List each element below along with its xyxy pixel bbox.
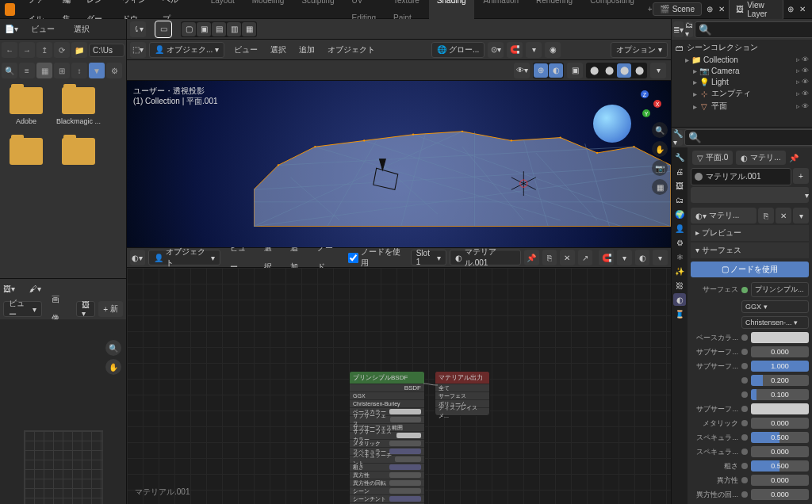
node-row[interactable]: サーフェス bbox=[435, 391, 489, 399]
socket-dot-icon[interactable] bbox=[741, 287, 748, 293]
prop-tab-8[interactable]: ✨ bbox=[673, 265, 686, 277]
panel-preview[interactable]: ▸ プレビュー bbox=[691, 225, 809, 241]
node-input-row[interactable]: スペキュラーチント bbox=[350, 455, 424, 463]
thumb-view-icon[interactable]: ▦ bbox=[36, 63, 52, 78]
overlay-icon[interactable]: ◐ bbox=[635, 250, 650, 265]
value-slider[interactable]: 0.000 bbox=[751, 446, 809, 457]
image-editor-icon[interactable]: 🖼▾ bbox=[3, 284, 15, 293]
value-slider[interactable]: 0.000 bbox=[751, 418, 809, 429]
outliner-item[interactable]: ▸💡Light▹👁 bbox=[672, 76, 812, 87]
folder-item[interactable]: Blackmagic ... bbox=[59, 87, 98, 125]
socket-dot-icon[interactable] bbox=[741, 491, 748, 498]
delete-layer-icon[interactable]: ✕ bbox=[799, 5, 807, 13]
node-row[interactable]: 全て bbox=[435, 384, 489, 391]
nav-newdir-icon[interactable]: 📁 bbox=[71, 42, 87, 58]
value-slider[interactable]: 0.000 bbox=[751, 489, 809, 500]
prop-tab-11[interactable]: 🧵 bbox=[673, 307, 686, 320]
backdrop-icon[interactable]: ▾ bbox=[653, 250, 668, 265]
image-select[interactable]: 🖼▾ bbox=[76, 301, 95, 317]
outliner-search[interactable] bbox=[695, 21, 812, 38]
snap-type-icon[interactable]: ▾ bbox=[617, 250, 632, 265]
pin-icon[interactable]: 📌 bbox=[789, 154, 799, 162]
socket-dot-icon[interactable] bbox=[741, 349, 748, 355]
prop-edit-icon[interactable]: ◉ bbox=[545, 42, 561, 58]
value-slider[interactable]: 0.100 bbox=[751, 389, 809, 400]
principled-bsdf-node[interactable]: プリンシプルBSDF BSDF GGXChristensen-Burleyベース… bbox=[349, 371, 425, 504]
props-search[interactable] bbox=[684, 129, 812, 146]
value-slider[interactable]: 0.500 bbox=[751, 460, 809, 472]
copy-mat-icon[interactable]: ⎘ bbox=[542, 250, 557, 265]
parent-icon[interactable]: ↗ bbox=[578, 250, 593, 265]
socket-dot-icon[interactable] bbox=[741, 477, 748, 483]
scene-selector[interactable]: 🎬 Scene bbox=[653, 2, 702, 16]
editor-type-icon[interactable]: ◐▾ bbox=[130, 250, 145, 265]
prop-tab-10[interactable]: ◐ bbox=[673, 293, 686, 306]
socket-dot-icon[interactable] bbox=[741, 363, 748, 369]
socket-dot-icon[interactable] bbox=[741, 377, 748, 384]
outliner-item[interactable]: ▸⊹エンプティ▹👁 bbox=[672, 87, 812, 100]
editor-type-icon[interactable]: 🔧▾ bbox=[673, 130, 683, 146]
options-dropdown[interactable]: オプション ▾ bbox=[611, 42, 668, 58]
prop-tab-0[interactable]: 🔧 bbox=[673, 151, 686, 163]
menu-view[interactable]: ビュー bbox=[25, 20, 61, 39]
value-slider[interactable]: 0.200 bbox=[751, 375, 809, 386]
restrict-view-icon[interactable]: 👁 bbox=[802, 90, 809, 97]
socket-dot-icon[interactable] bbox=[741, 463, 748, 469]
socket-dot-icon[interactable] bbox=[741, 449, 748, 455]
nav-refresh-icon[interactable]: ⟳ bbox=[54, 42, 70, 58]
sel-sub-icon[interactable]: ▤ bbox=[212, 22, 226, 36]
material-select[interactable]: ◐ マテリアル.001 bbox=[450, 250, 521, 265]
shade-solid-icon[interactable]: ⬤ bbox=[602, 63, 616, 78]
prop-tab-6[interactable]: ⚙ bbox=[673, 236, 686, 249]
delete-scene-icon[interactable]: ✕ bbox=[717, 5, 726, 13]
socket-dot-icon[interactable] bbox=[741, 406, 748, 412]
filter-icon[interactable]: ▼ bbox=[89, 63, 105, 78]
new-mat-icon[interactable]: ⎘ bbox=[758, 208, 774, 223]
pivot-icon[interactable]: ⊙▾ bbox=[488, 42, 504, 58]
cursor-tool-icon[interactable]: ⤹▾ bbox=[130, 21, 146, 37]
image-new[interactable]: + 新 bbox=[98, 301, 123, 317]
pin-icon[interactable]: 📌 bbox=[524, 250, 539, 265]
vp-menu-追加[interactable]: 追加 bbox=[293, 40, 321, 59]
material-browse[interactable]: ◐▾ マテリ... bbox=[691, 208, 756, 223]
sel-ext-icon[interactable]: ▣ bbox=[197, 22, 211, 36]
node-input-row[interactable]: シーン bbox=[350, 487, 424, 494]
distribution-select[interactable]: GGX ▾ bbox=[741, 300, 809, 313]
vp-menu-ビュー[interactable]: ビュー bbox=[228, 40, 264, 59]
material-output-node[interactable]: マテリアル出力 全てサーフェスボリュームディスプレイスメ... bbox=[435, 371, 490, 416]
restrict-select-icon[interactable]: ▹ bbox=[796, 102, 800, 110]
vp-menu-オブジェクト[interactable]: オブジェクト bbox=[321, 40, 381, 59]
outliner-item[interactable]: ▸📷Camera▹👁 bbox=[672, 65, 812, 76]
file-browser-icon[interactable]: 📄▾ bbox=[5, 25, 18, 33]
sort-icon[interactable]: ↕ bbox=[71, 63, 87, 78]
nav-fwd-icon[interactable]: → bbox=[19, 42, 35, 58]
surface-shader-select[interactable]: プリンシプル... bbox=[751, 282, 809, 297]
vp-menu-選択[interactable]: 選択 bbox=[264, 40, 293, 59]
shade-wire-icon[interactable]: ⬤ bbox=[587, 63, 601, 78]
orientation-select[interactable]: 🌐 グロー... bbox=[431, 42, 485, 58]
xray-icon[interactable]: ▣ bbox=[567, 63, 583, 78]
color-swatch[interactable] bbox=[751, 332, 809, 343]
socket-dot-icon[interactable] bbox=[741, 391, 748, 398]
socket-dot-icon[interactable] bbox=[741, 334, 748, 341]
view-layer-selector[interactable]: 🖼 View Layer bbox=[729, 0, 783, 21]
restrict-view-icon[interactable]: 👁 bbox=[802, 78, 809, 86]
node-row[interactable]: ディスプレイスメ... bbox=[435, 407, 489, 415]
display-mode-icon[interactable]: 🗂▾ bbox=[685, 21, 693, 37]
shade-preview-icon[interactable]: ⬤ bbox=[617, 63, 631, 78]
restrict-view-icon[interactable]: 👁 bbox=[802, 67, 809, 74]
folder-item[interactable] bbox=[6, 138, 46, 168]
color-swatch[interactable] bbox=[751, 403, 809, 414]
menu-view[interactable]: ビュー ▾ bbox=[3, 301, 42, 317]
prop-tab-4[interactable]: 🌍 bbox=[673, 208, 686, 220]
use-nodes-checkbox[interactable]: ノードを使用 bbox=[348, 246, 404, 269]
settings-icon[interactable]: ⚙ bbox=[106, 63, 122, 78]
folder-item[interactable] bbox=[59, 138, 98, 168]
value-slider[interactable]: 1.000 bbox=[751, 361, 809, 372]
outliner-item[interactable]: ▸📁Collection▹👁 bbox=[672, 54, 812, 65]
outliner-item[interactable]: ▸▽平面▹👁 bbox=[672, 100, 812, 113]
unlink-mat-icon[interactable]: ✕ bbox=[776, 208, 791, 223]
paint-mode-icon[interactable]: 🖌▾ bbox=[29, 284, 41, 293]
value-slider[interactable]: 0.000 bbox=[751, 346, 809, 357]
restrict-view-icon[interactable]: 👁 bbox=[802, 55, 809, 63]
